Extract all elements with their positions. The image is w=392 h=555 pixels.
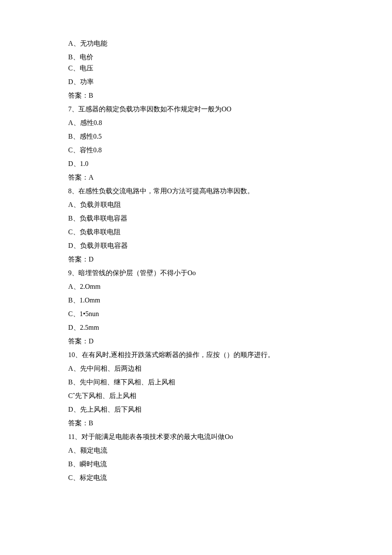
option-b: B、感性0.5: [68, 131, 392, 142]
option-c: Cˆ先下风相、后上风相: [68, 391, 392, 401]
option-b: B、负载串联电容器: [68, 213, 392, 224]
option-d: D、负载并联电容器: [68, 241, 392, 251]
option-a: A、感性0.8: [68, 118, 392, 128]
answer-line: 答案：D: [68, 336, 392, 346]
question-10: 10、在有风时,逐相拉开跌落式熔断器的操作，应按（）的顺序进行。: [68, 350, 392, 360]
option-b: B、先中间相、继下风相、后上风相: [68, 377, 392, 387]
option-c: C、负载串联电阻: [68, 227, 392, 237]
answer-line: 答案：B: [68, 90, 392, 101]
option-d: D、先上风相、后下风相: [68, 404, 392, 415]
answer-line: 答案：D: [68, 254, 392, 264]
option-d: D、2.5mm: [68, 323, 392, 333]
option-a: A、先中间相、后两边相: [68, 363, 392, 374]
option-c: C、电压: [68, 63, 392, 73]
answer-line: 答案：A: [68, 172, 392, 183]
option-a: A、无功电能: [68, 38, 392, 49]
question-8: 8、在感性负载交流电路中，常用O方法可提高电路功率因数。: [68, 186, 392, 196]
question-9: 9、暗埋管线的保护层（管壁）不得小于Oo: [68, 268, 392, 278]
option-b: B、1.Omm: [68, 295, 392, 305]
option-c: C、标定电流: [68, 473, 392, 483]
question-7: 7、互感器的额定负载功率因数如不作规定时一般为OO: [68, 104, 392, 114]
answer-line: 答案：B: [68, 418, 392, 428]
option-a: A、2.Omm: [68, 282, 392, 292]
option-c: C、1•5nun: [68, 309, 392, 319]
tight-option-group: B、电价 C、电压: [68, 52, 392, 73]
option-a: A、负载并联电阻: [68, 200, 392, 210]
option-d: D、1.0: [68, 159, 392, 169]
option-b: B、电价: [68, 52, 392, 62]
question-11: 11、对于能满足电能表各项技术要求的最大电流叫做Oo: [68, 432, 392, 442]
option-c: C、容性0.8: [68, 145, 392, 155]
option-a: A、额定电流: [68, 445, 392, 456]
option-b: B、瞬时电流: [68, 459, 392, 469]
option-d: D、功率: [68, 77, 392, 87]
